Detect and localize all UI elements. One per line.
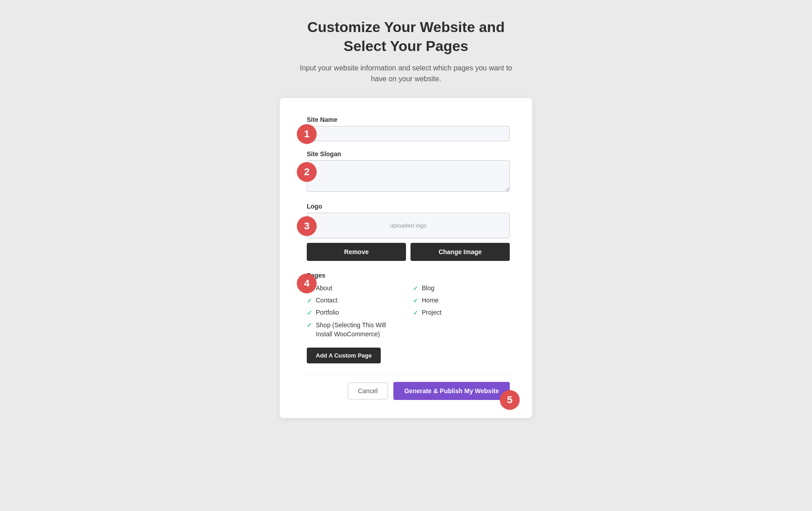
- page-item-label: Project: [422, 309, 442, 316]
- site-name-section: 1 Site Name: [307, 116, 510, 141]
- step-3-badge: 3: [297, 216, 317, 236]
- list-item[interactable]: ✓ About: [307, 284, 404, 292]
- site-name-label: Site Name: [307, 116, 510, 123]
- page-item-label: Home: [422, 297, 438, 304]
- page-subtitle: Input your website information and selec…: [293, 63, 519, 84]
- page-item-label: Contact: [316, 297, 337, 304]
- list-item[interactable]: ✓ Home: [413, 297, 510, 304]
- step-1-badge: 1: [297, 124, 317, 144]
- check-icon: ✓: [307, 297, 312, 304]
- logo-preview: uploaded logo: [307, 213, 510, 238]
- page-item-label: About: [316, 284, 332, 292]
- check-icon: ✓: [307, 321, 312, 329]
- main-card: 1 Site Name 2 Site Slogan 3 Logo uploade…: [280, 98, 532, 418]
- site-slogan-label: Site Slogan: [307, 150, 510, 158]
- step-4-badge: 4: [297, 274, 317, 293]
- check-icon: ✓: [307, 309, 312, 316]
- step-5-badge: 5: [500, 390, 520, 410]
- page-title: Customize Your Website and Select Your P…: [293, 18, 519, 56]
- pages-label: Pages: [307, 272, 510, 279]
- site-slogan-input[interactable]: [307, 160, 510, 192]
- list-item[interactable]: ✓ Shop (Selecting This Will Install WooC…: [307, 321, 404, 339]
- add-custom-page-button[interactable]: Add A Custom Page: [307, 348, 381, 363]
- page-item-label: Portfolio: [316, 309, 339, 316]
- logo-label: Logo: [307, 203, 510, 210]
- page-item-label: Blog: [422, 284, 434, 292]
- page-item-label: Shop (Selecting This Will Install WooCom…: [316, 321, 404, 339]
- logo-section: 3 Logo uploaded logo Remove Change Image: [307, 203, 510, 261]
- site-name-input[interactable]: [307, 126, 510, 141]
- publish-button[interactable]: Generate & Publish My Website: [393, 382, 510, 400]
- check-icon: ✓: [413, 309, 418, 316]
- page-header: Customize Your Website and Select Your P…: [293, 18, 519, 84]
- logo-button-group: Remove Change Image: [307, 243, 510, 261]
- change-image-button[interactable]: Change Image: [411, 243, 510, 261]
- list-item[interactable]: ✓ Blog: [413, 284, 510, 292]
- remove-button[interactable]: Remove: [307, 243, 406, 261]
- check-icon: ✓: [413, 285, 418, 292]
- list-item[interactable]: ✓ Project: [413, 309, 510, 316]
- pages-section: 4 Pages ✓ About ✓ Blog ✓ Contact ✓ Home: [307, 272, 510, 363]
- site-slogan-section: 2 Site Slogan: [307, 150, 510, 194]
- check-icon: ✓: [413, 297, 418, 304]
- list-item[interactable]: ✓ Portfolio: [307, 309, 404, 316]
- list-item[interactable]: ✓ Contact: [307, 297, 404, 304]
- cancel-button[interactable]: Cancel: [348, 382, 388, 400]
- step-2-badge: 2: [297, 162, 317, 182]
- card-footer: Cancel Generate & Publish My Website 5: [307, 374, 510, 400]
- pages-grid: ✓ About ✓ Blog ✓ Contact ✓ Home ✓ Portfo…: [307, 284, 510, 339]
